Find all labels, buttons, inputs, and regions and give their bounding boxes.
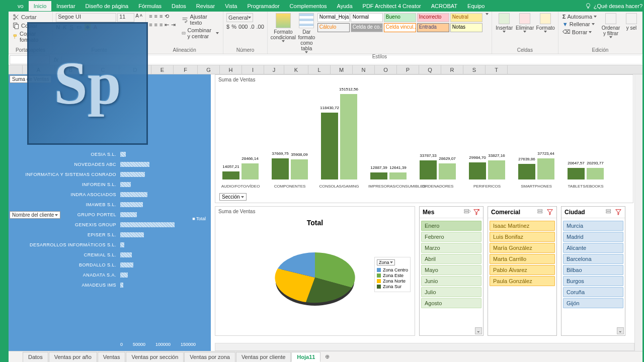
cell-styles-gallery[interactable]: Normal_Hoja2NormalBuenoIncorrectoNeutral… xyxy=(317,13,482,32)
ribbon-tab-insertar[interactable]: Insertar xyxy=(51,1,80,11)
slicer-item[interactable]: Junio xyxy=(421,276,481,286)
horizontal-scrollbar[interactable] xyxy=(215,343,634,351)
find-select-button[interactable]: y sel xyxy=(624,13,639,31)
grow-font-button[interactable]: A xyxy=(135,13,139,22)
sheet-tab[interactable]: Ventas por cliente xyxy=(236,352,291,362)
slicer-scroll-down[interactable]: ⌄ xyxy=(475,327,482,334)
ribbon-tab-fórmulas[interactable]: Fórmulas xyxy=(133,1,167,11)
sheet-tab[interactable]: Hoja11 xyxy=(291,352,320,362)
multi-select-icon[interactable] xyxy=(606,209,613,216)
align-bot-button[interactable]: ≡ xyxy=(159,13,163,20)
indent-inc-button[interactable]: ⇥ xyxy=(171,22,176,28)
tell-me[interactable]: ¿Qué desea hacer? xyxy=(585,3,642,10)
format-as-table-button[interactable]: Dar formato como tabla xyxy=(298,13,315,53)
column-header[interactable]: F xyxy=(174,65,198,74)
slicer-item[interactable]: María González xyxy=(490,243,555,253)
cell-style-option[interactable]: Cálculo xyxy=(317,23,350,32)
column-header[interactable]: L xyxy=(308,65,331,74)
align-right-button[interactable]: ≡ xyxy=(159,22,163,28)
cell-style-option[interactable]: Notas xyxy=(450,23,482,32)
align-mid-button[interactable]: ≡ xyxy=(154,13,157,20)
slicer-item[interactable]: Murcia xyxy=(563,221,623,231)
column-header[interactable]: Q xyxy=(419,65,441,74)
column-header[interactable]: H xyxy=(220,65,242,74)
ribbon-tab-acrobat[interactable]: ACROBAT xyxy=(426,1,462,11)
cell-style-option[interactable]: Neutral xyxy=(450,13,482,22)
cell-style-option[interactable]: Bueno xyxy=(384,13,416,22)
slicer-item[interactable]: Enero xyxy=(421,221,481,231)
bar-chart-axis-field[interactable]: Sección xyxy=(219,193,247,201)
percent-button[interactable]: % xyxy=(231,24,236,30)
column-header[interactable]: I xyxy=(242,65,264,74)
cell-style-option[interactable]: Celda de co... xyxy=(351,23,383,32)
clear-filter-icon[interactable] xyxy=(546,209,553,216)
slicer-item[interactable]: Coruña xyxy=(563,287,623,297)
ribbon-tab-pdf-architect-4-creator[interactable]: PDF Architect 4 Creator xyxy=(358,1,426,11)
insert-cells-button[interactable]: Insertar xyxy=(495,13,514,33)
align-center-button[interactable]: ≡ xyxy=(154,22,157,28)
ribbon-tab-programador[interactable]: Programador xyxy=(242,1,284,11)
vertical-scrollbar[interactable] xyxy=(634,74,642,351)
font-name-combo[interactable]: Segoe UI xyxy=(56,13,116,22)
slicer-item[interactable]: Pablo Álvarez xyxy=(490,265,555,275)
column-header[interactable]: R xyxy=(441,65,463,74)
slicer-item[interactable]: Barcelona xyxy=(563,254,623,264)
sheet-tab[interactable]: Ventas por zona xyxy=(184,352,235,362)
cell-style-option[interactable]: Normal xyxy=(351,13,383,22)
cell-style-option[interactable]: Entrada xyxy=(417,23,449,32)
slicer-item[interactable]: Luis Bonifaz xyxy=(490,232,555,242)
column-header[interactable]: S xyxy=(463,65,486,74)
clear-button[interactable]: ⌫Borrar xyxy=(561,28,598,36)
ribbon-tab-revisar[interactable]: Revisar xyxy=(191,1,220,11)
gallery-more-button[interactable] xyxy=(486,13,489,15)
ribbon-tab-equipo[interactable]: Equipo xyxy=(462,1,490,11)
inc-dec-button[interactable]: .0 xyxy=(250,24,254,30)
column-header[interactable]: E xyxy=(151,65,174,74)
format-cells-button[interactable]: Formato xyxy=(536,13,555,33)
slicer-scroll-down[interactable]: ⌄ xyxy=(617,327,624,334)
zone-pie-chart[interactable]: Suma de Ventas Total Zona xyxy=(215,206,415,336)
column-header[interactable]: N xyxy=(353,65,375,74)
font-size-combo[interactable]: 11 xyxy=(117,13,134,22)
cell-style-option[interactable]: Normal_Hoja2 xyxy=(317,13,350,22)
slicer-item[interactable]: Marta Carrillo xyxy=(490,254,555,264)
sheet-tab[interactable]: Ventas xyxy=(98,352,126,362)
slicer-item[interactable]: Gijón xyxy=(563,298,623,308)
sort-filter-button[interactable]: Ordenar y filtrar xyxy=(600,13,622,38)
ribbon-tab-vista[interactable]: Vista xyxy=(220,1,242,11)
align-top-button[interactable]: ≡ xyxy=(149,13,152,20)
slicer-item[interactable]: Burgos xyxy=(563,276,623,286)
column-header[interactable]: K xyxy=(284,65,308,74)
slicer-item[interactable]: Bilbao xyxy=(563,265,623,275)
delete-cells-button[interactable]: Eliminar xyxy=(516,13,534,33)
indent-dec-button[interactable]: ⇤ xyxy=(165,22,169,28)
slicer-item[interactable]: Alicante xyxy=(563,243,623,253)
sheet-tab[interactable]: Ventas por sección xyxy=(126,352,184,362)
column-header[interactable]: T xyxy=(486,65,508,74)
slicer-mes[interactable]: Mes EneroFebreroMarzoAbrilMayoJunioJulio… xyxy=(419,206,484,336)
conditional-format-button[interactable]: Formato condicional xyxy=(271,13,296,42)
wrap-text-button[interactable]: Ajustar texto xyxy=(181,13,220,26)
slicer-item[interactable]: Madrid xyxy=(563,232,623,242)
cut-button[interactable]: Cortar xyxy=(12,13,49,21)
orientation-button[interactable]: ⟲ xyxy=(165,13,169,20)
ribbon-tab-diseño-de-página[interactable]: Diseño de página xyxy=(80,1,134,11)
shrink-font-button[interactable]: A xyxy=(140,13,142,22)
slicer-item[interactable]: Agosto xyxy=(421,298,481,308)
align-left-button[interactable]: ≡ xyxy=(149,22,152,28)
cell-style-option[interactable]: Celda vincul... xyxy=(384,23,416,32)
column-header[interactable]: M xyxy=(331,65,353,74)
slicer-comercial[interactable]: Comercial Isaac MartínezLuis BonifazMarí… xyxy=(488,206,557,336)
ribbon-tab-complementos[interactable]: Complementos xyxy=(285,1,332,11)
sheet-tab[interactable]: Ventas por año xyxy=(49,352,97,362)
column-header[interactable]: G xyxy=(198,65,220,74)
slicer-item[interactable]: Abril xyxy=(421,254,481,264)
multi-select-icon[interactable] xyxy=(464,209,471,216)
dec-dec-button[interactable]: .00 xyxy=(257,24,264,30)
slicer-item[interactable]: Julio xyxy=(421,287,481,297)
clear-filter-icon[interactable] xyxy=(473,209,480,216)
pie-legend-field[interactable]: Zona xyxy=(377,259,395,265)
number-format-combo[interactable]: General xyxy=(226,13,253,22)
fill-button[interactable]: ▼Rellenar xyxy=(561,21,598,28)
slicer-ciudad[interactable]: Ciudad MurciaMadridAlicanteBarcelonaBilb… xyxy=(561,206,625,336)
